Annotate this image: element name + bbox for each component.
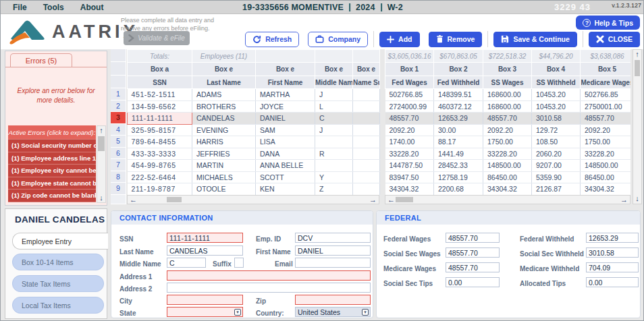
cell-fed-wages[interactable]: 1740.00 xyxy=(385,136,434,148)
save-continue-button[interactable]: Save & Continue xyxy=(493,32,576,47)
cell-first-name[interactable]: SAM xyxy=(256,124,315,136)
cell-suffix[interactable] xyxy=(353,136,380,148)
cell-fed-wages[interactable]: 48557.70 xyxy=(385,113,434,125)
cell-middle-name[interactable] xyxy=(315,136,353,148)
cell-ssn-error[interactable]: 111-11-1111 xyxy=(128,113,192,125)
cell-fed-withheld[interactable]: 1441.49 xyxy=(434,148,483,160)
error-item[interactable]: (1) Zip code cannot be blank, ... xyxy=(8,189,96,202)
cell-suffix[interactable] xyxy=(353,113,380,125)
row-number[interactable]: 6 xyxy=(111,148,126,160)
ss-withheld-field[interactable] xyxy=(586,247,639,258)
cell-medicare-wages[interactable]: 2092.20 xyxy=(581,124,631,136)
cell-ss-wages[interactable]: 48557.70 xyxy=(483,113,532,125)
cell-ss-withheld[interactable]: 10453.20 xyxy=(532,89,581,101)
validate-efile-button[interactable]: Validate & eFile xyxy=(124,31,190,45)
cell-fed-withheld[interactable]: 30.00 xyxy=(434,124,483,136)
cell-last-name[interactable]: MARTIN xyxy=(192,160,256,172)
cell-fed-wages[interactable]: 2092.20 xyxy=(385,124,434,136)
cell-suffix[interactable] xyxy=(353,100,380,113)
cell-fed-withheld[interactable]: 148399.51 xyxy=(434,89,483,101)
cell-medicare-wages[interactable]: 48557.70 xyxy=(581,113,631,125)
cell-last-name[interactable]: MICHAELS xyxy=(192,171,256,183)
cell-ssn[interactable]: 433-33-3333 xyxy=(128,148,192,160)
emp-id-field[interactable] xyxy=(295,233,371,243)
cell-fed-withheld[interactable]: 12758.19 xyxy=(434,171,483,183)
scroll-down-icon[interactable]: ↓ xyxy=(97,194,105,202)
cell-ssn[interactable]: 134-59-6562 xyxy=(128,100,192,113)
errors-scrollbar[interactable]: ↑ ↓ xyxy=(97,125,106,203)
last-name-field[interactable] xyxy=(167,245,243,256)
cell-fed-wages[interactable]: 33228.20 xyxy=(385,148,434,160)
cell-middle-name[interactable]: J xyxy=(315,124,353,136)
cell-medicare-wages[interactable]: 148500.00 xyxy=(581,160,631,172)
cell-last-name[interactable]: OTOOLE xyxy=(192,183,256,196)
cell-ss-wages[interactable]: 33228.20 xyxy=(483,148,532,160)
menu-file[interactable]: File xyxy=(13,3,27,12)
vscroll-thumb[interactable] xyxy=(635,60,640,76)
ss-wages-field[interactable] xyxy=(446,247,500,258)
cell-ssn[interactable]: 211-19-8787 xyxy=(128,183,192,196)
cell-last-name[interactable]: HARRIS xyxy=(192,136,256,148)
state-dropdown[interactable]: ▾ xyxy=(167,307,243,317)
tab-box-10-14-items[interactable]: Box 10-14 Items xyxy=(12,254,104,270)
suffix-field[interactable] xyxy=(234,258,244,268)
scroll-down-icon[interactable]: ↓ xyxy=(633,194,641,203)
cell-fed-wages[interactable]: 144787.50 xyxy=(385,160,434,172)
cell-medicare-wages[interactable]: 1750.00 xyxy=(581,136,631,148)
scroll-left-icon[interactable]: ← xyxy=(387,196,395,204)
cell-last-name[interactable]: ADAMS xyxy=(192,89,256,101)
cell-ss-wages[interactable]: 168600.00 xyxy=(483,89,532,101)
errors-scroll-thumb[interactable] xyxy=(98,136,105,151)
state-field[interactable] xyxy=(167,307,243,317)
cell-ss-withheld[interactable]: 108.50 xyxy=(532,136,581,148)
error-item[interactable]: (1) Employee address line 1 c... xyxy=(8,152,96,165)
help-tips-button[interactable]: ? Help & Tips xyxy=(576,16,640,30)
scroll-up-icon[interactable]: ↑ xyxy=(633,50,641,59)
grid-vscrollbar[interactable]: ↑ ↓ xyxy=(633,49,642,204)
zip-field[interactable] xyxy=(295,295,371,305)
cell-first-name[interactable]: DANIEL xyxy=(256,113,315,125)
errors-tab[interactable]: Errors (5) xyxy=(10,53,72,67)
federal-withheld-field[interactable] xyxy=(586,233,639,243)
cell-middle-name[interactable]: Z xyxy=(315,183,353,196)
cell-middle-name[interactable]: J xyxy=(315,89,353,101)
cell-fed-wages[interactable]: 502766.85 xyxy=(385,89,434,101)
cell-ss-wages[interactable]: 168600.00 xyxy=(483,100,532,113)
cell-ss-withheld[interactable]: 2126.87 xyxy=(532,183,581,196)
cell-first-name[interactable]: SCOTT xyxy=(256,171,315,183)
right-grid-hscrollbar[interactable]: ← → xyxy=(385,195,630,204)
cell-ss-wages[interactable]: 148500.00 xyxy=(483,160,532,172)
cell-last-name[interactable]: CANDELAS xyxy=(192,113,256,125)
row-number[interactable]: 4 xyxy=(111,124,126,136)
cell-first-name[interactable]: JOYCE xyxy=(256,100,315,113)
cell-middle-name[interactable]: L xyxy=(315,100,353,113)
tab-state-tax-items[interactable]: State Tax Items xyxy=(12,275,104,292)
cell-ss-wages[interactable]: 1750.00 xyxy=(483,136,532,148)
cell-middle-name[interactable]: Y xyxy=(315,171,353,183)
email-field[interactable] xyxy=(295,258,371,268)
hscroll-thumb[interactable] xyxy=(396,197,413,202)
menu-about[interactable]: About xyxy=(80,3,104,12)
middle-name-field[interactable] xyxy=(167,258,206,268)
cell-medicare-wages[interactable]: 33228.20 xyxy=(581,148,631,160)
cell-ssn[interactable]: 789-64-8455 xyxy=(128,136,192,148)
federal-wages-field[interactable] xyxy=(446,233,500,243)
cell-suffix[interactable] xyxy=(353,160,380,172)
left-grid-hscrollbar[interactable]: ← → xyxy=(127,195,379,204)
cell-fed-wages[interactable]: 83947.50 xyxy=(385,171,434,183)
cell-first-name[interactable]: KEN xyxy=(256,183,315,196)
city-field[interactable] xyxy=(167,295,243,305)
cell-fed-withheld[interactable]: 28452.33 xyxy=(434,160,483,172)
cell-ssn[interactable]: 451-52-1511 xyxy=(128,89,192,101)
cell-ss-withheld[interactable]: 10453.20 xyxy=(532,100,581,113)
cell-ss-withheld[interactable]: 9207.00 xyxy=(532,160,581,172)
cell-first-name[interactable]: ANNA BELLE xyxy=(256,160,315,172)
address1-field[interactable] xyxy=(167,270,371,281)
cell-suffix[interactable] xyxy=(353,124,380,136)
first-name-field[interactable] xyxy=(295,245,371,256)
cell-middle-name[interactable]: R xyxy=(315,148,353,160)
cell-ss-withheld[interactable]: 5359.90 xyxy=(532,171,581,183)
row-number[interactable]: 5 xyxy=(111,136,126,148)
cell-first-name[interactable]: MARTHA xyxy=(256,89,315,101)
cell-ssn[interactable]: 325-95-8157 xyxy=(128,124,192,136)
